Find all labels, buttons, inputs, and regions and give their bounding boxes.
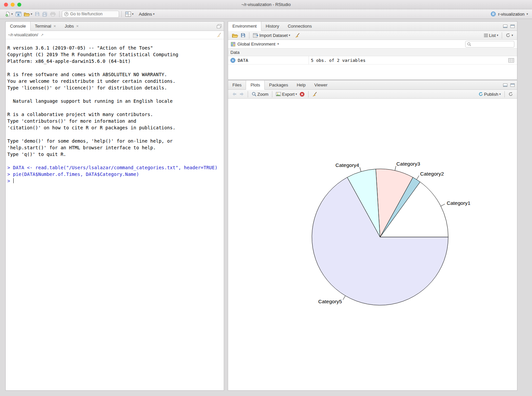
toolbar-divider	[308, 91, 309, 97]
goto-file-input[interactable]	[70, 12, 117, 16]
pie-label: Category1	[447, 200, 470, 206]
close-icon[interactable]: ×	[54, 24, 56, 29]
addins-button[interactable]: Addins ▾	[138, 11, 156, 17]
environment-object-row[interactable]: DATA 5 obs. of 2 variables	[228, 56, 517, 65]
console-output[interactable]: R version 3.6.1 (2019-07-05) -- "Action …	[6, 39, 224, 390]
import-dataset-button[interactable]: Import Dataset ▾	[252, 32, 292, 39]
goto-file-box[interactable]	[62, 11, 119, 18]
project-selector[interactable]: R r-visualization ▾	[490, 11, 528, 17]
open-file-button[interactable]: ▾	[23, 11, 34, 17]
titlebar: ~/r-visualization - RStudio	[0, 0, 532, 9]
tab-label: Jobs	[65, 24, 73, 29]
maximize-pane-icon[interactable]	[217, 24, 221, 28]
global-environment-label[interactable]: Global Environment	[237, 42, 275, 47]
refresh-plots-button[interactable]	[507, 91, 514, 97]
environment-tabbar: Environment History Connections	[228, 22, 517, 31]
close-window-button[interactable]	[4, 3, 8, 7]
pie-chart: Category1Category2Category3Category4Cate…	[228, 99, 517, 390]
tab-label: Help	[297, 82, 306, 87]
svg-text:R: R	[17, 13, 20, 16]
minimize-pane-icon[interactable]	[503, 83, 507, 87]
minimize-window-button[interactable]	[11, 3, 15, 7]
tab-environment[interactable]: Environment	[228, 22, 261, 31]
open-in-new-window-icon[interactable]: ↗	[41, 33, 44, 37]
zoom-window-button[interactable]	[17, 3, 21, 7]
console-line	[7, 65, 224, 71]
tab-label: Console	[10, 24, 26, 29]
export-label: Export	[282, 92, 295, 97]
tab-console[interactable]: Console	[6, 22, 31, 31]
environment-scope-row: Global Environment ▾	[228, 40, 517, 49]
pie-label: Category3	[396, 161, 420, 167]
console-header: ~/r-visualization/ ↗	[6, 31, 224, 39]
zoom-plot-button[interactable]: Zoom	[250, 91, 270, 97]
maximize-pane-icon[interactable]	[510, 25, 515, 28]
print-button[interactable]	[49, 11, 57, 17]
chevron-down-icon: ▾	[511, 34, 513, 37]
tab-viewer[interactable]: Viewer	[310, 80, 332, 89]
clear-all-plots-button[interactable]	[311, 91, 319, 97]
toolbar-divider	[502, 32, 502, 39]
save-all-button[interactable]	[41, 11, 49, 17]
expand-object-icon[interactable]	[230, 58, 235, 63]
chevron-down-icon: ▾	[526, 13, 528, 16]
tab-label: Files	[232, 82, 241, 87]
chevron-down-icon: ▾	[31, 13, 33, 16]
maximize-pane-icon[interactable]	[510, 83, 515, 87]
tab-packages[interactable]: Packages	[265, 80, 292, 89]
toolbar-divider	[248, 91, 248, 97]
new-file-button[interactable]: ▾	[4, 11, 14, 17]
refresh-environment-button[interactable]: ▾	[504, 32, 514, 38]
close-icon[interactable]: ×	[76, 24, 79, 29]
remove-plot-button[interactable]	[298, 91, 306, 97]
console-line	[7, 91, 224, 98]
export-plot-button[interactable]: Export ▾	[275, 91, 298, 97]
plot-area: Category1Category2Category3Category4Cate…	[228, 99, 517, 390]
save-button[interactable]	[34, 11, 41, 17]
tab-help[interactable]: Help	[292, 80, 310, 89]
publish-label: Publish	[484, 92, 498, 97]
folder-open-icon	[232, 33, 238, 38]
minimize-pane-icon[interactable]	[503, 25, 507, 28]
publish-plot-button[interactable]: Publish ▾	[477, 91, 502, 97]
tab-connections[interactable]: Connections	[283, 22, 316, 31]
save-workspace-button[interactable]	[239, 32, 247, 38]
publish-icon	[478, 92, 483, 96]
clear-environment-button[interactable]	[294, 32, 301, 39]
section-label: Data	[230, 50, 239, 55]
save-icon	[35, 12, 40, 16]
toolbar-divider	[59, 11, 60, 17]
environment-search-input[interactable]	[472, 42, 512, 47]
new-project-button[interactable]: R	[14, 11, 23, 17]
clear-console-icon[interactable]	[216, 33, 221, 38]
next-plot-button[interactable]	[238, 91, 245, 97]
refresh-icon	[508, 92, 513, 96]
pane-layout-button[interactable]: ▾	[124, 11, 135, 17]
environment-search-box[interactable]	[465, 41, 514, 48]
console-line: R is free software and comes with ABSOLU…	[7, 71, 224, 78]
console-line: Type 'q()' to quit R.	[7, 151, 224, 158]
console-pane: Console Terminal × Jobs × ~/r-visualizat…	[5, 21, 224, 391]
tab-files[interactable]: Files	[228, 80, 246, 89]
tab-plots[interactable]: Plots	[246, 80, 265, 90]
pie-label: Category4	[335, 162, 359, 168]
new-file-icon	[5, 11, 10, 17]
view-data-grid-icon[interactable]	[508, 58, 514, 63]
printer-icon	[50, 12, 56, 16]
toolbar-divider	[272, 91, 272, 97]
tab-terminal[interactable]: Terminal ×	[31, 22, 61, 31]
tab-history[interactable]: History	[261, 22, 283, 31]
main-toolbar: ▾ R ▾ ▾ Add	[0, 9, 532, 19]
console-line: >	[7, 178, 224, 184]
object-summary: 5 obs. of 2 variables	[309, 58, 508, 63]
console-tabbar: Console Terminal × Jobs ×	[6, 22, 224, 31]
save-all-icon	[42, 12, 48, 17]
console-line: You are welcome to redistribute it under…	[7, 78, 224, 84]
list-view-button[interactable]: List ▾	[482, 32, 500, 39]
delete-x-icon	[300, 92, 305, 97]
environment-pane: Environment History Connections	[228, 21, 517, 80]
load-workspace-button[interactable]	[231, 33, 239, 38]
previous-plot-button[interactable]	[231, 91, 238, 97]
folder-open-icon	[24, 12, 30, 16]
tab-jobs[interactable]: Jobs ×	[60, 22, 83, 31]
